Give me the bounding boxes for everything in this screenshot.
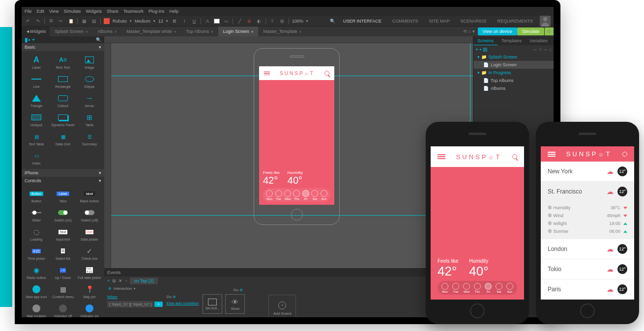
underline-icon[interactable]: U xyxy=(191,18,198,25)
search-icon[interactable] xyxy=(622,152,627,157)
widget-map-location[interactable]: Map location xyxy=(24,302,49,317)
widgets-search-icon[interactable]: 🔍 xyxy=(96,37,101,42)
widget-image[interactable]: Image xyxy=(77,53,102,71)
text-color-icon[interactable]: A xyxy=(204,18,211,25)
event-delete-icon[interactable]: ✕ xyxy=(118,278,122,283)
widget-table[interactable]: ⊞Table xyxy=(77,110,102,129)
widget-loading[interactable]: ◌Loading xyxy=(24,225,49,243)
city-row[interactable]: St. Francisco☁12° xyxy=(541,182,634,202)
event-trigger-tab[interactable]: on Tap (2) xyxy=(130,277,157,284)
forecast-day[interactable]: Fri xyxy=(302,190,309,200)
nav-scenarios[interactable]: SCENARIOS xyxy=(456,19,490,24)
else-link[interactable]: Else add condition xyxy=(167,301,199,305)
italic-icon[interactable]: I xyxy=(181,18,188,25)
font-select[interactable]: Roboto xyxy=(113,19,127,24)
widget-arrow[interactable]: →Arrow xyxy=(77,91,102,110)
tree-item[interactable]: ▾ 📁In Progress xyxy=(473,69,554,77)
stroke-icon[interactable]: ╱ xyxy=(236,18,243,25)
forecast-day[interactable]: Mon xyxy=(266,190,273,200)
doc-tab[interactable]: Master_Template× xyxy=(258,27,306,36)
user-avatar-icon[interactable] xyxy=(540,16,551,27)
add-do-icon[interactable]: ⊕ xyxy=(173,295,176,299)
widget-map-pin[interactable]: 📍Map pin xyxy=(77,282,102,301)
city-row[interactable]: London☁12° xyxy=(541,239,634,259)
action-show[interactable]: 👁Show xyxy=(225,294,245,314)
widget-indicator-off[interactable]: Indicator off xyxy=(50,302,76,317)
align-icon[interactable]: ⫴ xyxy=(269,18,276,25)
no-stroke-icon[interactable]: ⊘ xyxy=(246,18,253,25)
add-event-button[interactable]: + Add Event xyxy=(268,295,296,317)
forecast-day[interactable]: Sun xyxy=(506,283,513,293)
city-row[interactable]: Tokio☁12° xyxy=(541,259,634,279)
tree-item[interactable]: 📄Albums xyxy=(473,84,554,92)
widget-summary[interactable]: ☰Summary xyxy=(77,130,102,148)
nav-comments[interactable]: COMMENTS xyxy=(388,19,422,24)
tab-variables[interactable]: Variables xyxy=(526,36,552,45)
widget-new-app-icon[interactable]: New app icon xyxy=(24,282,49,301)
when-link[interactable]: When xyxy=(107,295,163,299)
widgets-view-icon[interactable]: ▮▪ + xyxy=(25,36,35,43)
section-iphone[interactable]: iPhone▾ xyxy=(22,169,104,177)
simulate-button[interactable]: Simulate xyxy=(517,28,544,35)
interaction-toggle-icon[interactable]: ⊕ xyxy=(108,286,112,291)
paste-icon[interactable]: 📋 xyxy=(67,18,74,25)
menu-file[interactable]: File xyxy=(25,9,32,14)
group-icon[interactable]: ▦ xyxy=(81,18,88,25)
widget-full-date-picker[interactable]: Oct4:21Full date picker xyxy=(77,263,102,281)
widget-dynamic-panel[interactable]: Dynamic Panel xyxy=(50,110,76,129)
doc-tab[interactable]: Login Screen× xyxy=(218,27,259,36)
city-row[interactable]: Paris☁12° xyxy=(541,279,634,300)
forecast-day[interactable]: Wed xyxy=(463,283,470,293)
widget-date-picker[interactable]: OctDate picker xyxy=(77,225,102,243)
widget-select-list[interactable]: ☰Select list xyxy=(50,244,76,262)
menu-help[interactable]: Help xyxy=(169,9,178,14)
cut-icon[interactable]: ✂ xyxy=(58,18,64,25)
hamburger-icon[interactable] xyxy=(548,152,556,157)
section-basic[interactable]: Basic▾ xyxy=(22,43,104,51)
mockup-screen[interactable]: SUNSP☼T Feels like42° Humidity40° MonTue… xyxy=(259,66,334,205)
condition-operator-icon[interactable]: = xyxy=(154,302,163,307)
widget-data-grid[interactable]: ▦Data Grid xyxy=(50,130,76,148)
widget-input-text[interactable]: TextInput text xyxy=(50,225,76,243)
condition-expr[interactable]: [ 'Input_11' ][ 'Input_12' ] xyxy=(107,301,153,307)
hamburger-icon[interactable] xyxy=(438,154,445,159)
widget-slider[interactable]: Slider xyxy=(24,206,49,224)
tree-item[interactable]: 📄Top Albums xyxy=(473,77,554,84)
doc-tab[interactable]: Albums× xyxy=(93,27,122,36)
doc-tab[interactable]: Master_Template white× xyxy=(121,27,181,36)
fill-color-icon[interactable] xyxy=(214,19,220,24)
menu-plugins[interactable]: Plug-ins xyxy=(148,9,165,14)
forecast-day[interactable]: Sat xyxy=(311,190,318,200)
widget-label[interactable]: ALabel xyxy=(24,53,49,71)
event-copy-icon[interactable]: ⧉ xyxy=(113,278,116,284)
widget-index[interactable]: ▭Index xyxy=(24,149,49,167)
widget-callout[interactable]: Callout xyxy=(50,91,76,110)
menu-edit[interactable]: Edit xyxy=(37,9,45,14)
widget-switch-on-[interactable]: Switch (on) xyxy=(50,206,76,224)
widget-context-menu[interactable]: ▦Context menu xyxy=(50,282,76,301)
nav-requirements[interactable]: REQUIREMENTS xyxy=(493,19,537,24)
search-icon[interactable] xyxy=(324,71,329,76)
font-size-select[interactable]: 12 xyxy=(158,19,163,24)
add-do-icon[interactable]: ⊕ xyxy=(239,288,243,292)
menu-teamwork[interactable]: Teamwork xyxy=(123,9,144,14)
bold-icon[interactable]: B xyxy=(171,18,178,25)
widget-up-down[interactable]: - +Up / Down xyxy=(50,263,76,281)
widget-ellipse[interactable]: Ellipse xyxy=(77,72,102,90)
brand-icon[interactable] xyxy=(104,18,110,24)
forecast-day[interactable]: Sat xyxy=(496,283,502,293)
widget-rectangle[interactable]: Rectangle xyxy=(50,72,76,90)
widget-text-table[interactable]: ▤Text Table xyxy=(24,130,49,148)
forecast-day[interactable]: Thu xyxy=(474,283,481,293)
distribute-icon[interactable]: ⊞ xyxy=(279,18,286,25)
forecast-day[interactable]: Fri xyxy=(485,283,492,293)
widget-rich-text[interactable]: A≡Rich Text xyxy=(50,53,76,71)
doc-tab[interactable]: Top Albums× xyxy=(181,27,218,36)
tree-item[interactable]: 📄Login Screen xyxy=(473,61,554,69)
nav-sitemap[interactable]: SITE MAP xyxy=(425,19,453,24)
opacity-icon[interactable]: ◐ xyxy=(256,18,263,25)
hamburger-icon[interactable] xyxy=(264,71,270,76)
doc-tab[interactable]: Splash Screen× xyxy=(50,27,92,36)
add-event-icon[interactable]: + xyxy=(107,278,110,283)
menu-widgets[interactable]: Widgets xyxy=(86,9,102,14)
